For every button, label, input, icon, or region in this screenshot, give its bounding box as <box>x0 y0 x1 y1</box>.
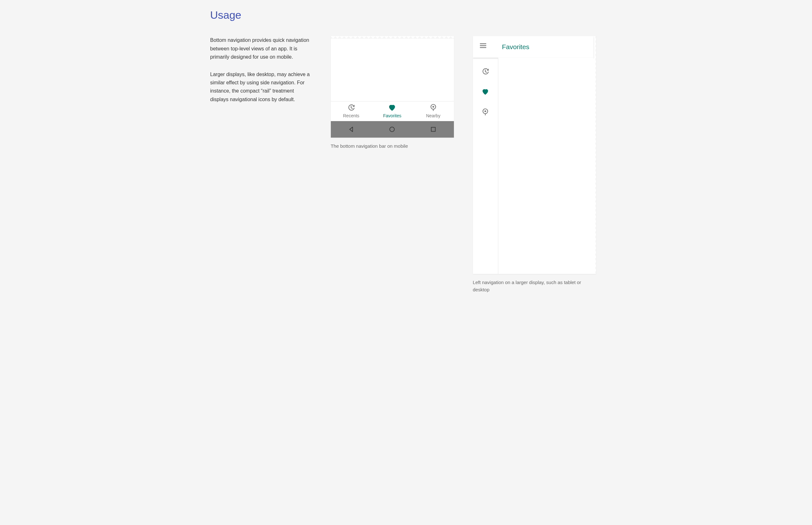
back-icon[interactable] <box>348 126 355 133</box>
intro-paragraph-2: Larger displays, like desktop, may achie… <box>210 70 312 104</box>
navigation-rail <box>473 58 498 274</box>
android-system-bar <box>331 121 454 138</box>
tablet-content-area <box>498 58 593 274</box>
menu-icon <box>479 42 487 49</box>
nav-label-favorites: Favorites <box>383 112 401 119</box>
menu-button[interactable] <box>479 42 487 52</box>
app-bar-title: Favorites <box>502 42 529 52</box>
tablet-app-bar: Favorites <box>473 36 593 58</box>
home-icon[interactable] <box>388 126 396 133</box>
nav-item-recents[interactable]: Recents <box>331 102 372 121</box>
intro-paragraph-1: Bottom navigation provides quick navigat… <box>210 36 312 61</box>
mobile-mockup: Recents Favorites Nearby <box>331 36 454 138</box>
tablet-caption: Left navigation on a larger display, suc… <box>473 279 596 293</box>
location-icon <box>481 108 489 116</box>
heart-icon <box>388 103 396 111</box>
nav-label-nearby: Nearby <box>426 112 440 119</box>
location-icon <box>429 103 438 111</box>
tablet-mockup: Favorites <box>473 36 596 274</box>
nav-item-nearby[interactable]: Nearby <box>413 102 454 121</box>
torn-edge-right <box>593 36 596 274</box>
rail-item-favorites[interactable] <box>481 88 489 96</box>
section-heading: Usage <box>197 6 615 24</box>
history-icon <box>481 67 489 75</box>
recent-apps-icon[interactable] <box>430 126 437 133</box>
rail-item-nearby[interactable] <box>481 108 489 116</box>
mobile-caption: The bottom navigation bar on mobile <box>331 142 454 150</box>
heart-icon <box>481 88 489 96</box>
nav-item-favorites[interactable]: Favorites <box>372 102 413 121</box>
torn-edge-top <box>331 36 454 39</box>
history-icon <box>347 103 355 111</box>
rail-item-recents[interactable] <box>481 67 489 75</box>
nav-label-recents: Recents <box>343 112 359 119</box>
mobile-content-area <box>331 39 454 102</box>
intro-text: Bottom navigation provides quick navigat… <box>197 36 312 112</box>
bottom-navigation-bar: Recents Favorites Nearby <box>331 102 454 121</box>
